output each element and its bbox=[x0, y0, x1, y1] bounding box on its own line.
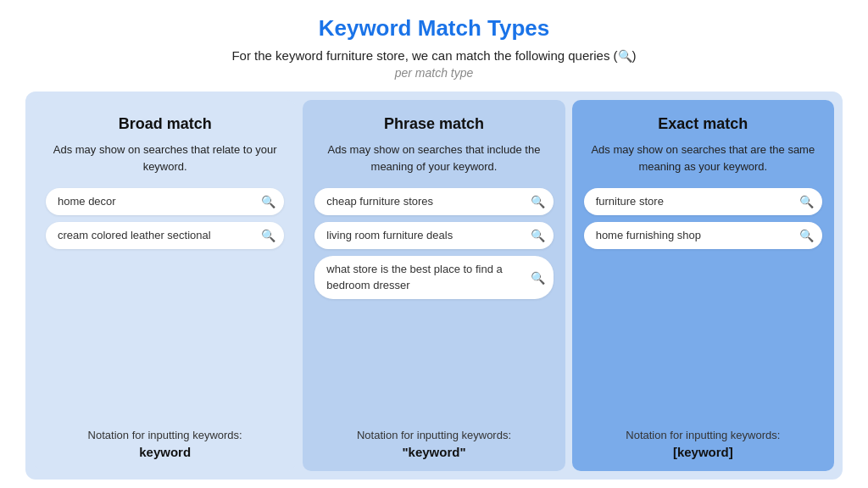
exact-match-title: Exact match bbox=[658, 115, 748, 133]
page-title: Keyword Match Types bbox=[319, 15, 550, 42]
phrase-search-item-2: living room furniture deals 🔍 bbox=[314, 222, 553, 249]
broad-search-text-2: cream colored leather sectional bbox=[58, 228, 256, 243]
broad-search-list: home decor 🔍 cream colored leather secti… bbox=[46, 188, 284, 249]
columns-wrapper: Broad match Ads may show on searches tha… bbox=[25, 92, 843, 480]
exact-notation-label: Notation for inputting keywords: bbox=[626, 429, 780, 441]
search-icon-4: 🔍 bbox=[531, 229, 545, 242]
broad-match-column: Broad match Ads may show on searches tha… bbox=[34, 100, 296, 471]
broad-notation-label: Notation for inputting keywords: bbox=[88, 429, 242, 441]
phrase-search-item-3: what store is the best place to find a b… bbox=[314, 256, 553, 298]
search-icon-2: 🔍 bbox=[261, 229, 275, 242]
exact-match-desc: Ads may show on searches that are the sa… bbox=[584, 141, 822, 175]
search-icon-1: 🔍 bbox=[261, 195, 275, 208]
phrase-notation-value: "keyword" bbox=[357, 445, 511, 459]
phrase-notation-label: Notation for inputting keywords: bbox=[357, 429, 511, 441]
broad-match-title: Broad match bbox=[119, 115, 212, 133]
exact-notation: Notation for inputting keywords: [keywor… bbox=[626, 429, 780, 459]
exact-notation-value: [keyword] bbox=[626, 445, 780, 459]
broad-search-text-1: home decor bbox=[58, 194, 256, 209]
phrase-notation: Notation for inputting keywords: "keywor… bbox=[357, 429, 511, 459]
search-icon-inline: 🔍 bbox=[618, 49, 632, 63]
phrase-search-list: cheap furniture stores 🔍 living room fur… bbox=[314, 188, 553, 299]
subtitle: For the keyword furniture store, we can … bbox=[231, 48, 636, 63]
phrase-search-text-3: what store is the best place to find a b… bbox=[326, 262, 525, 292]
exact-search-list: furniture store 🔍 home furnishing shop 🔍 bbox=[584, 188, 822, 249]
broad-match-desc: Ads may show on searches that relate to … bbox=[46, 141, 284, 175]
exact-search-text-1: furniture store bbox=[596, 194, 794, 209]
phrase-search-item-1: cheap furniture stores 🔍 bbox=[314, 188, 553, 215]
phrase-search-text-1: cheap furniture stores bbox=[326, 194, 525, 209]
broad-search-item-1: home decor 🔍 bbox=[46, 188, 284, 215]
exact-match-column: Exact match Ads may show on searches tha… bbox=[572, 100, 834, 471]
search-icon-6: 🔍 bbox=[799, 195, 814, 208]
search-icon-3: 🔍 bbox=[531, 195, 545, 208]
phrase-search-text-2: living room furniture deals bbox=[326, 228, 525, 243]
subtitle-suffix: ) bbox=[632, 48, 637, 63]
exact-search-item-1: furniture store 🔍 bbox=[584, 188, 822, 215]
exact-search-text-2: home furnishing shop bbox=[596, 228, 794, 243]
search-icon-5: 🔍 bbox=[531, 271, 545, 285]
subtitle-text: For the keyword furniture store, we can … bbox=[231, 48, 617, 63]
phrase-match-title: Phrase match bbox=[384, 115, 484, 133]
broad-notation: Notation for inputting keywords: keyword bbox=[88, 429, 242, 459]
phrase-match-column: Phrase match Ads may show on searches th… bbox=[303, 100, 565, 471]
broad-search-item-2: cream colored leather sectional 🔍 bbox=[46, 222, 284, 249]
broad-notation-value: keyword bbox=[88, 445, 242, 459]
search-icon-7: 🔍 bbox=[799, 229, 814, 242]
per-match-label: per match type bbox=[395, 66, 474, 80]
phrase-match-desc: Ads may show on searches that include th… bbox=[314, 141, 553, 175]
exact-search-item-2: home furnishing shop 🔍 bbox=[584, 222, 822, 249]
